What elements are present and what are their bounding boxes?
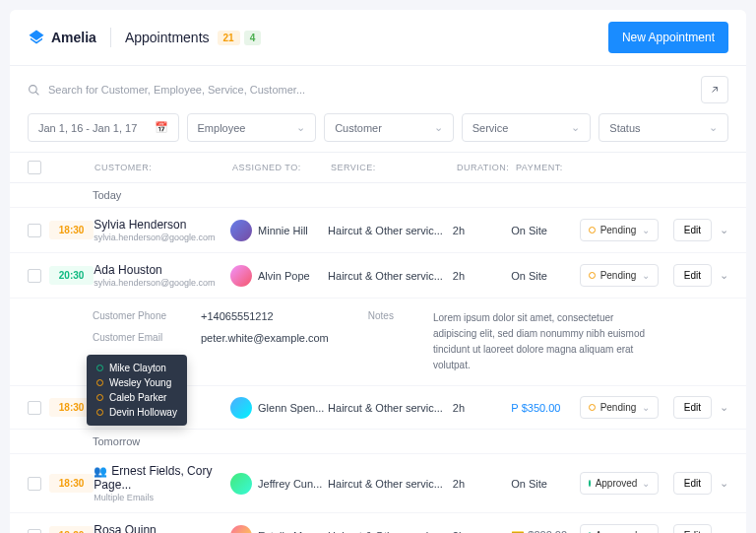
service-name: Haircut & Other servic... (328, 530, 453, 534)
col-customer: CUSTOMER: (94, 163, 232, 172)
payment: 💳$200.00 (511, 529, 579, 533)
tooltip-name: Wesley Young (109, 377, 171, 388)
time-chip: 18:30 (49, 221, 94, 239)
duration: 2h (453, 478, 511, 490)
phone-label: Customer Phone (93, 310, 181, 322)
duration: 2h (453, 225, 511, 236)
group-icon: 👥 (94, 465, 107, 477)
chevron-down-icon: ⌄ (296, 121, 305, 134)
time-chip: 18:30 (49, 474, 94, 493)
tooltip-name: Devin Holloway (109, 407, 177, 418)
payment: On Site (511, 225, 579, 236)
payment: On Site (511, 478, 579, 490)
status-dropdown[interactable]: Approved⌄ (580, 472, 659, 495)
service-name: Haircut & Other servic... (328, 478, 453, 490)
filter-date[interactable]: Jan 1, 16 - Jan 1, 17📅 (28, 113, 179, 142)
more-button[interactable]: ⌄ (720, 224, 728, 236)
badge-approved-count: 4 (244, 31, 262, 45)
row-checkbox[interactable] (28, 224, 41, 237)
day-label-today: Today (10, 183, 746, 208)
duration: 2h (453, 402, 511, 414)
service-name: Haircut & Other servic... (328, 225, 453, 236)
more-button[interactable]: ⌄ (720, 401, 728, 414)
tooltip-name: Caleb Parker (109, 392, 166, 403)
row-checkbox[interactable] (28, 529, 41, 534)
more-button[interactable]: ⌄ (720, 529, 728, 533)
svg-line-1 (35, 92, 38, 95)
svg-point-0 (30, 85, 37, 93)
col-payment: PAYMENT: (516, 163, 585, 172)
edit-button[interactable]: Edit (673, 264, 712, 287)
avatar (230, 473, 252, 495)
col-assigned: ASSIGNED TO: (232, 163, 331, 172)
email-label: Customer Email (93, 332, 181, 344)
day-label-tomorrow: Tomorrow (10, 430, 746, 454)
status-dropdown[interactable]: Pending⌄ (580, 264, 659, 287)
customer-email: Multiple Emails (94, 493, 230, 502)
table-row: 18:30 Rosa Quinnsylvia.henderson@google.… (10, 513, 746, 533)
select-all-checkbox[interactable] (28, 161, 41, 174)
avatar (230, 525, 252, 534)
customer-email: sylvia.henderson@google.com (94, 278, 230, 288)
phone-value: +14065551212 (201, 310, 274, 322)
customer-tooltip: Mike ClaytonWesley YoungCaleb ParkerDevi… (87, 355, 187, 426)
logo-icon (28, 29, 45, 46)
assigned-name: Alvin Pope (258, 270, 310, 282)
assigned-name: Jeffrey Cun... (258, 478, 322, 490)
edit-button[interactable]: Edit (673, 396, 712, 419)
new-appointment-button[interactable]: New Appointment (608, 22, 728, 53)
customer-name: Sylvia Henderson (94, 218, 186, 232)
customer-name: Rosa Quinn (94, 523, 156, 533)
status-dropdown[interactable]: Approved⌄ (580, 524, 659, 533)
row-checkbox[interactable] (28, 269, 41, 283)
search-placeholder: Search for Customer, Employee, Service, … (48, 84, 305, 96)
chevron-down-icon: ⌄ (571, 121, 580, 134)
chevron-down-icon: ⌄ (709, 121, 718, 134)
payment: P$350.00 (511, 402, 579, 414)
tooltip-name: Mike Clayton (109, 363, 166, 373)
filter-service[interactable]: Service⌄ (462, 113, 592, 142)
avatar (230, 397, 252, 419)
col-service: SERVICE: (331, 163, 457, 172)
edit-button[interactable]: Edit (673, 524, 712, 533)
search-input[interactable]: Search for Customer, Employee, Service, … (28, 84, 693, 97)
edit-button[interactable]: Edit (673, 472, 712, 495)
payment: On Site (511, 270, 579, 282)
table-header: CUSTOMER: ASSIGNED TO: SERVICE: DURATION… (10, 152, 746, 183)
page-title: Appointments (125, 30, 210, 45)
brand-name: Amelia (51, 30, 96, 45)
assigned-name: Estella Mur... (258, 530, 321, 534)
more-button[interactable]: ⌄ (720, 477, 728, 490)
filter-status[interactable]: Status⌄ (598, 113, 728, 142)
table-row: 18:30 👥Ernest Fields, Cory Page...Multip… (10, 454, 746, 513)
time-chip: 18:30 (49, 526, 94, 533)
table-row: 20:30 Ada Houstonsylvia.henderson@google… (10, 253, 746, 299)
customer-email: sylvia.henderson@google.com (94, 233, 230, 242)
service-name: Haircut & Other servic... (328, 270, 453, 282)
duration: 2h (453, 270, 511, 282)
customer-name: Ada Houston (94, 263, 161, 277)
export-button[interactable] (701, 76, 728, 103)
more-button[interactable]: ⌄ (720, 269, 728, 282)
notes-label: Notes (368, 310, 394, 321)
filter-customer[interactable]: Customer⌄ (324, 113, 454, 142)
status-dropdown[interactable]: Pending⌄ (580, 396, 659, 419)
divider (110, 28, 111, 47)
export-icon (709, 84, 721, 96)
brand-logo: Amelia (28, 29, 96, 46)
duration: 2h (453, 530, 511, 534)
calendar-icon: 📅 (155, 121, 168, 134)
avatar (230, 265, 252, 287)
row-checkbox[interactable] (28, 401, 41, 415)
edit-button[interactable]: Edit (673, 219, 712, 241)
row-checkbox[interactable] (28, 477, 41, 491)
filter-employee[interactable]: Employee⌄ (187, 113, 317, 142)
col-duration: DURATION: (457, 163, 516, 172)
email-value: peter.white@example.com (201, 332, 329, 344)
table-row: 18:30 Sylvia Hendersonsylvia.henderson@g… (10, 208, 746, 253)
avatar (230, 220, 252, 241)
time-chip: 20:30 (49, 266, 94, 285)
chevron-down-icon: ⌄ (434, 121, 443, 134)
status-dropdown[interactable]: Pending⌄ (580, 219, 659, 241)
customer-name: Ernest Fields, Cory Page... (94, 464, 212, 492)
